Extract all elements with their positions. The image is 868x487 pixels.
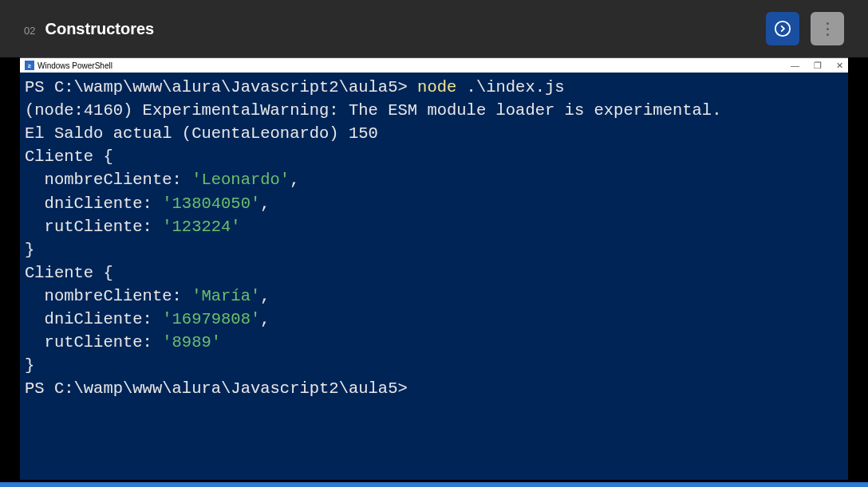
close-button[interactable]: ✕: [836, 61, 843, 71]
lesson-title-group: 02 Constructores: [24, 20, 154, 38]
window-controls: — ❐ ✕: [791, 61, 843, 71]
terminal-line: nombreCliente: 'Leonardo',: [25, 168, 843, 191]
terminal-line: (node:4160) ExperimentalWarning: The ESM…: [25, 99, 843, 122]
terminal-line: Cliente {: [25, 261, 843, 285]
header-actions: [766, 12, 844, 45]
terminal-line: nombreCliente: 'María',: [25, 285, 843, 308]
terminal-line: rutCliente: '123224': [25, 215, 843, 238]
progress-bar[interactable]: [0, 482, 868, 487]
terminal-line: PS C:\wamp\www\alura\Javascript2\aula5> …: [25, 76, 843, 99]
powershell-icon: ≥: [25, 61, 34, 70]
window-title: Windows PowerShell: [37, 61, 112, 70]
lesson-number: 02: [24, 25, 35, 37]
terminal-line: El Saldo actual (CuentaLeonardo) 150: [25, 122, 843, 145]
terminal-line: Cliente {: [25, 145, 843, 168]
terminal-line: }: [25, 238, 843, 261]
svg-point-0: [775, 22, 790, 36]
header-bar: 02 Constructores: [0, 0, 868, 57]
arrow-right-circle-icon: [774, 20, 791, 37]
lesson-title: Constructores: [45, 20, 154, 38]
vertical-dots-icon: [827, 22, 829, 36]
terminal-output[interactable]: PS C:\wamp\www\alura\Javascript2\aula5> …: [20, 73, 848, 480]
more-options-button[interactable]: [811, 12, 844, 45]
maximize-button[interactable]: ❐: [814, 61, 822, 71]
terminal-line: }: [25, 354, 843, 377]
terminal-line: dniCliente: '13804050',: [25, 192, 843, 215]
terminal-line: dniCliente: '16979808',: [25, 308, 843, 331]
next-button[interactable]: [766, 12, 799, 45]
terminal-line: PS C:\wamp\www\alura\Javascript2\aula5>: [25, 377, 843, 400]
powershell-window: ≥ Windows PowerShell — ❐ ✕ PS C:\wamp\ww…: [20, 57, 848, 480]
titlebar-left: ≥ Windows PowerShell: [25, 61, 112, 70]
minimize-button[interactable]: —: [791, 61, 799, 71]
terminal-line: rutCliente: '8989': [25, 331, 843, 354]
window-titlebar[interactable]: ≥ Windows PowerShell — ❐ ✕: [20, 58, 848, 73]
